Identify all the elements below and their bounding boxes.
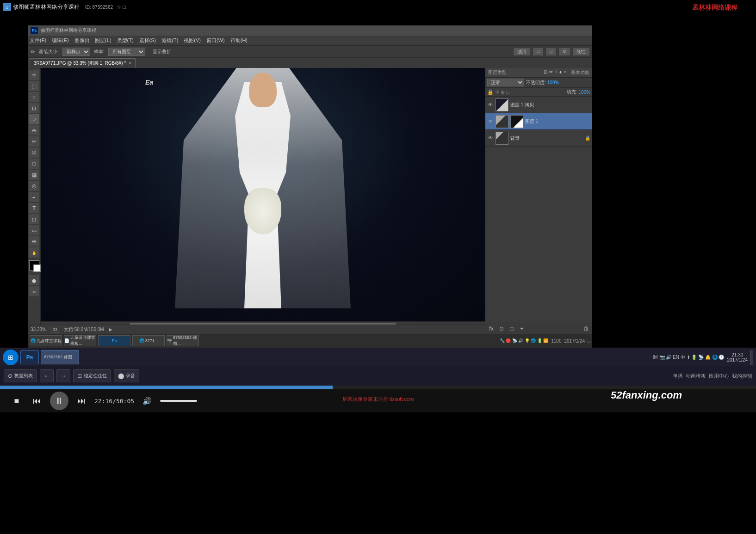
app-center-btn[interactable]: 应用中心 [709, 373, 729, 380]
single-btn[interactable]: 单播 [673, 373, 683, 380]
prev-btn[interactable]: ← [40, 369, 54, 382]
taskbar-app-ps[interactable]: Ps [98, 335, 130, 346]
stabilize-label: 稳定住住住 [84, 373, 107, 379]
new-group-button[interactable]: □ [508, 325, 516, 333]
tool-gradient[interactable] [29, 170, 39, 180]
menu-select[interactable]: 选择(S) [139, 37, 156, 44]
opacity-value[interactable]: 100% [547, 80, 559, 85]
layer-icon5[interactable]: ○ [564, 69, 566, 76]
tray-icons: IM 📷 🔊 EN 中 ⬆ 🔋 📡 🔔 🌐 🕐 [653, 354, 725, 361]
tool-brush[interactable] [29, 136, 39, 147]
prev-track-btn[interactable]: ⏮ [30, 393, 44, 408]
options-right-controls: 滤清 □ □ ⊙ 线性 [514, 48, 589, 55]
tool-zoom[interactable] [29, 236, 39, 246]
bride-bouquet [244, 188, 281, 234]
tool-eyedrop[interactable] [29, 114, 39, 124]
menu-view[interactable]: 视图(V) [184, 37, 201, 44]
tool-mask[interactable] [29, 275, 39, 285]
menu-type[interactable]: 类型(T) [117, 37, 134, 44]
tool-shape[interactable] [29, 225, 39, 235]
tool-lasso[interactable] [29, 92, 39, 102]
fill-value[interactable]: 100% [578, 90, 590, 95]
layer-item-copy[interactable]: 👁 图层 1 拷贝 [485, 97, 592, 113]
stop-btn[interactable]: ■ [9, 393, 24, 408]
view-options1[interactable]: □ [533, 48, 543, 55]
layer-visibility-icon[interactable]: 👁 [487, 118, 494, 125]
record-btn[interactable]: ⬤ 录音 [114, 369, 139, 382]
stabilize-btn[interactable]: ⊡ 稳定住住住 [73, 369, 111, 382]
control-center-btn[interactable]: 我的控制 [732, 373, 752, 380]
home-icon[interactable]: ⌂ [3, 3, 11, 11]
ps-doc-tab[interactable]: 3R9A9771.JPG @ 33.3% (图层 1, RGB/8#) * × [30, 58, 136, 68]
stabilize-icon: ⊡ [77, 373, 82, 379]
tool-heal[interactable] [29, 125, 39, 135]
tool-clone[interactable] [29, 147, 39, 158]
ps-canvas [41, 68, 485, 325]
sample-select[interactable]: 所有图层 [108, 48, 145, 56]
tool-3d[interactable] [29, 286, 39, 296]
layer-item-main[interactable]: 👁 图层 1 [485, 113, 592, 130]
layers-footer: fx ⊙ □ + 🗑 [485, 323, 592, 334]
menu-window[interactable]: 窗口(W) [206, 37, 225, 44]
layer-thumbnail [496, 98, 508, 111]
options-brush-label: 画笔大小: [39, 49, 59, 55]
fx-button[interactable]: fx [487, 325, 496, 333]
tool-text[interactable] [29, 203, 39, 213]
layer-icon4[interactable]: ♦ [559, 69, 562, 76]
menu-image[interactable]: 图像(I) [74, 37, 89, 44]
frame-template-btn[interactable]: 动画模板 [686, 373, 706, 380]
view-options2[interactable]: □ [546, 48, 556, 55]
video-progress-bar[interactable] [0, 386, 756, 389]
layers-header: 图层类型 ⊡ ✏ T ♦ ○ 基本功能 [485, 68, 592, 78]
taskbar-app-4[interactable]: 📷 87592562-修图... [167, 335, 199, 346]
blend-mode-select[interactable]: 正常 [487, 79, 524, 86]
layers-header-icons: ⊡ ✏ T ♦ ○ 基本功能 [544, 69, 589, 76]
tool-eraser[interactable] [29, 159, 39, 169]
brush-size-select[interactable]: 副样点 [62, 48, 90, 56]
tool-path[interactable] [29, 214, 39, 224]
adjustment-button[interactable]: ⊙ [497, 325, 506, 333]
win-task-ps[interactable]: Ps [20, 350, 39, 364]
next-track-btn[interactable]: ⏭ [74, 393, 89, 408]
fill-control: 填充: 100% [567, 89, 590, 95]
fg-color[interactable] [29, 260, 39, 270]
menu-help[interactable]: 帮助(H) [230, 37, 248, 44]
record-icon: ⬤ [118, 373, 124, 379]
menu-file[interactable]: 文件(F) [30, 37, 46, 44]
layer-visibility-icon[interactable]: 👁 [487, 135, 494, 141]
tab-close-icon[interactable]: × [129, 61, 131, 66]
tool-select[interactable] [29, 81, 39, 91]
taskbar-app-1[interactable]: 🌐 九宫课堂课程 [30, 335, 62, 346]
volume-slider[interactable] [160, 400, 197, 402]
layer-icon3[interactable]: T [555, 69, 558, 76]
show-desktop-btn[interactable] [750, 350, 753, 365]
layer-item-bg[interactable]: 👁 背景 🔒 [485, 130, 592, 147]
win-start-button[interactable]: ⊞ [3, 350, 19, 365]
ps-menubar: 文件(F) 编辑(E) 图像(I) 图层(L) 类型(T) 选择(S) 滤镜(T… [28, 36, 592, 46]
layer-visibility-icon[interactable]: 👁 [487, 102, 494, 108]
layer-icon2[interactable]: ✏ [549, 69, 553, 76]
menu-layer[interactable]: 图层(L) [95, 37, 111, 44]
classroom-list-btn[interactable]: ⊙ 教室列表 [4, 369, 37, 382]
tool-crop[interactable] [29, 103, 39, 113]
volume-btn[interactable]: 🔊 [140, 393, 155, 408]
tool-move[interactable] [29, 70, 39, 80]
new-layer-button[interactable]: + [518, 325, 526, 333]
view-options4[interactable]: 线性 [573, 48, 589, 55]
tool-hand[interactable] [29, 247, 39, 258]
menu-filter[interactable]: 滤镜(T) [161, 37, 178, 44]
layer-name: 图层 1 拷贝 [510, 102, 590, 108]
filter-options[interactable]: 滤清 [514, 48, 530, 55]
tool-blur[interactable] [29, 181, 39, 191]
taskbar-app-2[interactable]: 📄 儿童及吃课堂 模板... [64, 335, 96, 346]
menu-edit[interactable]: 编辑(E) [52, 37, 69, 44]
taskbar-app-3[interactable]: 🌐 3771... [132, 335, 165, 346]
next-btn[interactable]: → [56, 369, 70, 382]
win-task-active[interactable]: 87592562-修图... [41, 350, 79, 364]
layer-icon1[interactable]: ⊡ [544, 69, 547, 76]
play-pause-btn[interactable]: ⏸ [50, 392, 68, 410]
tool-pen[interactable] [29, 192, 39, 202]
delete-layer-button[interactable]: 🗑 [582, 325, 590, 333]
ps-layers-panel: 图层类型 ⊡ ✏ T ♦ ○ 基本功能 正常 不透明度: 100% 🔒 ✛ ⊕ … [485, 68, 592, 334]
view-options3[interactable]: ⊙ [559, 48, 570, 55]
